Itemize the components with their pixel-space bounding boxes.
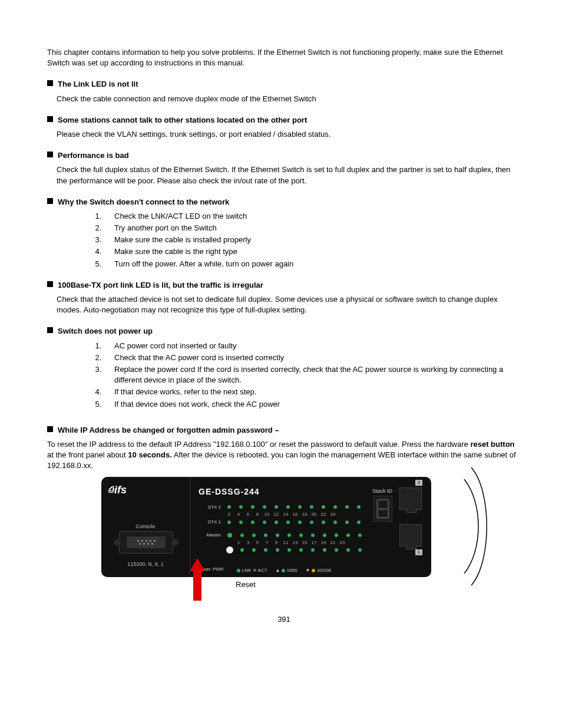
- logo-icon: ⎙: [108, 485, 113, 494]
- section-stations: Some stations cannot talk to other stati…: [47, 115, 521, 126]
- step: AC power cord not inserted or faulty: [104, 341, 521, 351]
- section-steps: AC power cord not inserted or faulty Che…: [82, 341, 521, 410]
- port-numbers-bottom: 1357911131517192123: [234, 539, 366, 546]
- section-title: Some stations cannot talk to other stati…: [58, 115, 307, 126]
- rj45-port-bottom: 1: [399, 524, 422, 546]
- step: Make sure the cable is the right type: [104, 246, 521, 257]
- section-title: 100Base-TX port link LED is lit, but the…: [58, 280, 263, 291]
- section-title: While IP Address be changed or forgotten…: [58, 425, 279, 436]
- section-no-connect: Why the Switch doesn't connect to the ne…: [47, 197, 521, 207]
- section-title: Switch does not power up: [58, 326, 153, 337]
- master-led: [227, 533, 232, 538]
- port-badge: 1: [415, 549, 422, 555]
- row-label-stx2: STX 2: [199, 504, 221, 510]
- seven-segment-display: [373, 496, 392, 522]
- cable-arc-icon: [459, 462, 495, 591]
- step: If that device works, refer to the next …: [104, 387, 521, 397]
- device-figure: ⎙ifs Console 115200, N, 8, 1 GE-DSSG-244…: [47, 477, 521, 577]
- step: Check that the AC power cord is inserted…: [104, 353, 521, 363]
- intro-paragraph: This chapter contains information to hel…: [47, 47, 521, 68]
- step: If that device does not work, check the …: [104, 399, 521, 410]
- pwr-label: PWR: [213, 566, 224, 572]
- port-numbers-top: 24681012141618202224: [224, 511, 366, 518]
- port-badge: 2: [415, 480, 422, 486]
- section-title: Why the Switch doesn't connect to the ne…: [58, 197, 229, 207]
- section-100base: 100Base-TX port link LED is lit, but the…: [47, 280, 521, 291]
- step: Check the LNK/ACT LED on the switch: [104, 211, 521, 222]
- reset-arrow-icon: [190, 558, 205, 601]
- step: Make sure the cable is installed properl…: [104, 235, 521, 245]
- section-reset: While IP Address be changed or forgotten…: [47, 425, 521, 436]
- brand-logo: ⎙ifs: [108, 483, 127, 498]
- bullet-icon: [47, 198, 53, 204]
- bullet-icon: [47, 426, 53, 432]
- section-no-power: Switch does not power up: [47, 326, 521, 337]
- led-legend: LNK ✳ ACT ▲ 1000 ▼ 10/100: [237, 567, 366, 574]
- section-title: The Link LED is not lit: [58, 79, 138, 90]
- section-link-led: The Link LED is not lit: [47, 79, 521, 90]
- model-label: GE-DSSG-244: [199, 486, 260, 498]
- row-label-stx1: STX 1: [199, 519, 221, 525]
- reset-caption: Reset: [236, 579, 521, 590]
- step: Turn off the power. After a while, turn …: [104, 259, 521, 269]
- section-answer: Check the cable connection and remove du…: [57, 94, 521, 104]
- baud-label: 115200, N, 8, 1: [101, 561, 190, 568]
- console-label: Console: [101, 523, 190, 531]
- step: Replace the power cord If the cord is in…: [104, 364, 521, 386]
- row-label-master: Master: [199, 532, 221, 538]
- console-port: [119, 531, 173, 554]
- page-number: 391: [47, 614, 521, 625]
- reset-button-dot: [226, 546, 233, 554]
- section-title: Performance is bad: [58, 150, 129, 161]
- bullet-icon: [47, 281, 53, 287]
- section-answer: Check that the attached device is not se…: [57, 294, 521, 315]
- switch-device: ⎙ifs Console 115200, N, 8, 1 GE-DSSG-244…: [101, 477, 431, 577]
- section-steps: Check the LNK/ACT LED on the switch Try …: [82, 211, 521, 269]
- bullet-icon: [47, 151, 53, 157]
- section-answer: Please check the VLAN settings, trunk se…: [57, 129, 521, 140]
- rj45-port-top: 2: [399, 487, 422, 510]
- step: Try another port on the Switch: [104, 223, 521, 233]
- bullet-icon: [47, 116, 53, 122]
- stack-id-label: Stack ID: [372, 487, 392, 495]
- section-answer: Check the full duplex status of the Ethe…: [57, 164, 521, 186]
- bullet-icon: [47, 80, 53, 86]
- section-performance: Performance is bad: [47, 150, 521, 161]
- reset-paragraph: To reset the IP address to the default I…: [47, 439, 521, 472]
- bullet-icon: [47, 327, 53, 333]
